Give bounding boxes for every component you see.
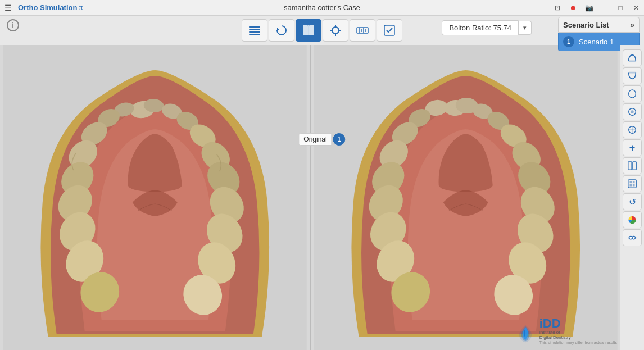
svg-rect-69: [633, 162, 636, 170]
minimize-btn[interactable]: ─: [597, 0, 613, 16]
svg-marker-4: [277, 28, 280, 30]
svg-rect-6: [309, 25, 314, 35]
window-title: samantha cotter's Case: [284, 3, 360, 12]
measure-tool-icon: [627, 125, 637, 135]
idd-logo-text: iDD Institute of Digital Dentistry This …: [539, 317, 617, 344]
svg-rect-61: [629, 61, 636, 62]
left-dental-arch: [0, 45, 310, 350]
panels-icon: [627, 161, 637, 171]
view-labels: Original 1: [298, 133, 345, 146]
tool-color[interactable]: [623, 211, 642, 228]
idd-logo-icon: [515, 323, 536, 344]
svg-rect-62: [629, 72, 636, 74]
color-icon: [627, 215, 637, 225]
bolton-ratio-label: Bolton Ratio: 75.74: [442, 20, 519, 35]
tool-texture[interactable]: [623, 175, 642, 192]
toolbar-check[interactable]: [377, 19, 402, 42]
toolbar-arch-view[interactable]: [242, 19, 267, 42]
arch-upper-icon: [627, 53, 637, 63]
titlebar: ☰ Ortho Simulation π samantha cotter's C…: [0, 0, 644, 16]
record-btn[interactable]: ⏺: [565, 0, 581, 16]
idd-logo: iDD Institute of Digital Dentistry This …: [515, 317, 617, 344]
svg-rect-1: [249, 29, 260, 30]
texture-icon: [627, 179, 637, 189]
svg-rect-70: [628, 180, 636, 188]
idd-name: iDD: [539, 317, 561, 330]
scenario-number: 1: [563, 36, 574, 47]
svg-rect-71: [630, 181, 632, 184]
idd-logo-svg: [515, 323, 536, 344]
right-dental-arch: [311, 45, 621, 350]
scenario-title: Scenario List: [563, 21, 609, 29]
bolton-ratio-arrow[interactable]: ▾: [519, 21, 532, 35]
app-title: Ortho Simulation: [18, 3, 77, 12]
tool-panels[interactable]: [623, 157, 642, 174]
view-left[interactable]: [0, 45, 310, 350]
scenario-label: 1: [333, 133, 346, 146]
svg-point-8: [332, 27, 339, 34]
toolbar-rotate[interactable]: [269, 19, 294, 42]
idd-disclaimer: This simulation may differ from actual r…: [539, 340, 617, 344]
svg-rect-72: [633, 181, 635, 184]
screenshot-btn[interactable]: ⊡: [550, 0, 565, 16]
idd-subtitle1: Institute of: [539, 330, 560, 335]
camera-btn[interactable]: 📷: [581, 0, 597, 16]
svg-rect-73: [630, 184, 632, 187]
menu-icon[interactable]: ☰: [0, 0, 16, 16]
svg-rect-74: [633, 184, 635, 187]
view-mode-icon: [627, 107, 637, 117]
tool-arch-upper[interactable]: [623, 49, 642, 66]
original-label: Original: [298, 133, 332, 146]
toolbar-adjust[interactable]: [323, 19, 348, 42]
close-btn[interactable]: ✕: [628, 0, 644, 16]
right-tools: + ↺: [620, 45, 644, 350]
tool-arch-lower[interactable]: [623, 67, 642, 84]
toolbar-compare[interactable]: [296, 19, 321, 42]
compare-icon: [301, 22, 316, 38]
settings2-icon: [627, 233, 637, 243]
info-button[interactable]: i: [7, 19, 19, 31]
idd-subtitle2: Digital Dentistry: [539, 335, 571, 340]
adjust-icon: [328, 22, 343, 38]
svg-point-77: [629, 236, 632, 239]
tool-measure[interactable]: [623, 121, 642, 138]
tool-arch-both[interactable]: [623, 85, 642, 102]
main-view: [0, 45, 644, 350]
scenario-expand-icon[interactable]: »: [630, 20, 634, 29]
rotate-icon: [274, 22, 289, 38]
arch-lower-icon: [627, 71, 637, 81]
arch-both-icon: [627, 89, 637, 99]
tool-zoom[interactable]: +: [623, 139, 642, 156]
measure-icon: [355, 22, 370, 38]
toolbar: [242, 16, 402, 45]
bolton-ratio[interactable]: Bolton Ratio: 75.74 ▾: [442, 20, 532, 35]
svg-rect-3: [249, 34, 260, 35]
tool-settings2[interactable]: [623, 229, 642, 246]
scenario-header: Scenario List »: [558, 17, 640, 33]
check-icon: [382, 22, 397, 38]
svg-rect-2: [249, 31, 260, 33]
svg-rect-13: [357, 28, 368, 33]
arch-view-icon: [247, 22, 262, 38]
view-right[interactable]: [311, 45, 621, 350]
svg-rect-68: [628, 162, 632, 170]
svg-rect-0: [249, 26, 260, 28]
tool-view-mode[interactable]: [623, 103, 642, 120]
svg-point-64: [631, 110, 633, 113]
toolbar-measure[interactable]: [350, 19, 375, 42]
tool-undo[interactable]: ↺: [623, 193, 642, 210]
title-badge: π: [79, 4, 83, 11]
svg-point-78: [632, 236, 635, 239]
window-controls: ⊡ ⏺ 📷 ─ □ ✕: [550, 0, 644, 16]
maximize-btn[interactable]: □: [613, 0, 628, 16]
svg-rect-5: [303, 25, 308, 35]
scenario-name: Scenario 1: [579, 38, 614, 46]
